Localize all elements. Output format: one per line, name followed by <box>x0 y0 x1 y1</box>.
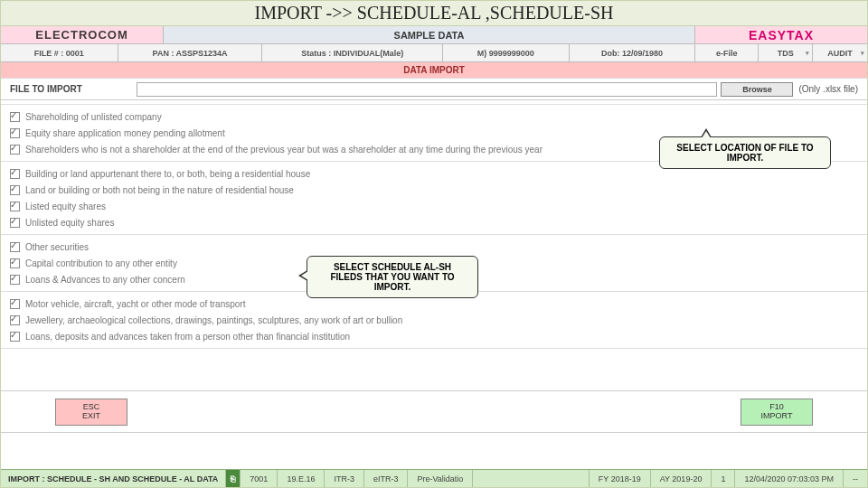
f10-import-button[interactable]: F10 IMPORT <box>741 399 813 426</box>
list-item[interactable]: Jewellery, archaeological collections, d… <box>10 312 858 328</box>
file-hint: (Only .xlsx file) <box>798 84 858 94</box>
status-title: IMPORT : SCHEDULE - SH AND SCHEDULE - AL… <box>1 474 225 483</box>
checkbox-icon[interactable] <box>10 145 20 155</box>
brand-mid: SAMPLE DATA <box>164 26 695 43</box>
esc-exit-button[interactable]: ESC EXIT <box>55 399 127 426</box>
checkbox-icon[interactable] <box>10 299 20 309</box>
list-item[interactable]: Other securities <box>10 239 858 255</box>
status-icon: ⎘ <box>225 470 240 487</box>
list-item[interactable]: Shareholding of unlisted company <box>10 108 858 125</box>
list-item[interactable]: Loans, deposits and advances taken from … <box>10 328 858 344</box>
browse-button[interactable]: Browse <box>721 82 793 97</box>
mobile-cell: M) 9999999000 <box>443 44 570 61</box>
action-button-row: ESC EXIT F10 IMPORT <box>1 391 867 433</box>
list-item[interactable]: Land or building or both not being in th… <box>10 182 858 198</box>
status-cell: eITR-3 <box>363 470 408 487</box>
tds-cell[interactable]: TDS▾ <box>759 44 813 61</box>
checkbox-icon[interactable] <box>10 275 20 285</box>
checkbox-icon[interactable] <box>10 218 20 228</box>
brand-left: ELECTROCOM <box>1 26 164 43</box>
list-item[interactable]: Unlisted equity shares <box>10 214 858 230</box>
status-bar: IMPORT : SCHEDULE - SH AND SCHEDULE - AL… <box>1 469 867 487</box>
chevron-down-icon: ▾ <box>861 50 864 57</box>
status-cell: Pre-Validatio <box>407 470 472 487</box>
info-bar: FILE # : 0001 PAN : ASSPS1234A Status : … <box>1 44 867 62</box>
brand-bar: ELECTROCOM SAMPLE DATA EASYTAX <box>1 26 867 44</box>
file-path-input[interactable] <box>137 82 717 97</box>
section-header-data-import: DATA IMPORT <box>1 62 867 79</box>
checkbox-icon[interactable] <box>10 332 20 342</box>
file-import-row: FILE TO IMPORT Browse (Only .xlsx file) <box>1 79 867 100</box>
dob-cell: Dob: 12/09/1980 <box>570 44 696 61</box>
efile-cell[interactable]: e-File <box>695 44 759 61</box>
status-cell: 19.E.16 <box>277 470 324 487</box>
pan-cell: PAN : ASSPS1234A <box>118 44 263 61</box>
checkbox-icon[interactable] <box>10 169 20 179</box>
list-item[interactable]: Listed equity shares <box>10 198 858 214</box>
status-cell: 7001 <box>240 470 277 487</box>
callout-fields: SELECT SCHEDULE AL-SH FILEDS THAT YOU WA… <box>307 256 478 298</box>
status-cell: FY 2018-19 <box>589 470 650 487</box>
brand-right: EASYTAX <box>695 26 867 43</box>
status-cell: Status : INDIVIDUAL(Male) <box>262 44 443 61</box>
status-cell: ITR-3 <box>324 470 363 487</box>
file-import-label: FILE TO IMPORT <box>10 84 137 94</box>
callout-browse: SELECT LOCATION OF FILE TO IMPORT. <box>659 136 831 169</box>
checkbox-icon[interactable] <box>10 258 20 268</box>
checkbox-icon[interactable] <box>10 242 20 252</box>
status-cell: 1 <box>711 470 734 487</box>
page-title: IMPORT ->> SCHEDULE-AL ,SCHEDULE-SH <box>1 1 867 26</box>
checkbox-icon[interactable] <box>10 112 20 122</box>
chevron-down-icon: ▾ <box>806 50 809 57</box>
status-cell: AY 2019-20 <box>650 470 712 487</box>
checkbox-icon[interactable] <box>10 202 20 211</box>
checkbox-icon[interactable] <box>10 128 20 138</box>
status-cell: -- <box>843 470 867 487</box>
checkbox-icon[interactable] <box>10 315 20 325</box>
file-number-cell: FILE # : 0001 <box>1 44 118 61</box>
status-timestamp: 12/04/2020 07:03:03 PM <box>734 470 843 487</box>
audit-cell[interactable]: AUDIT▾ <box>813 44 867 61</box>
checkbox-icon[interactable] <box>10 185 20 195</box>
